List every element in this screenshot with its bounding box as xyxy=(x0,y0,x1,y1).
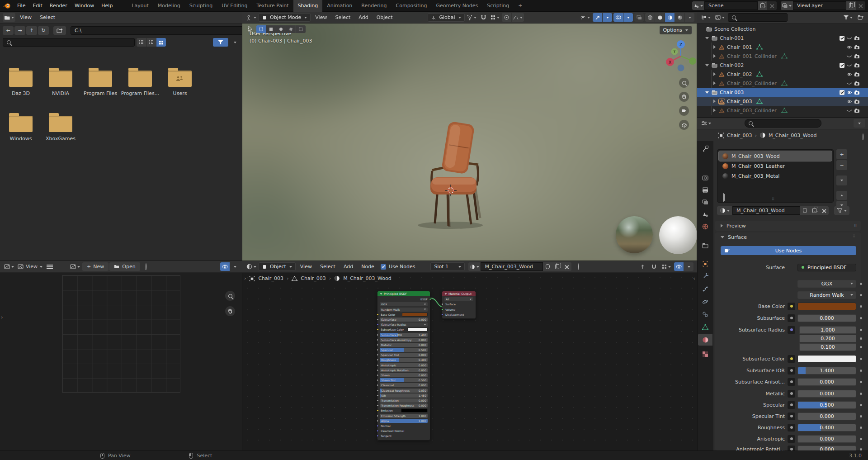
folder-windows[interactable]: Windows xyxy=(1,116,40,142)
select-mode-circle-button[interactable] xyxy=(276,25,286,33)
slot-dropdown[interactable]: Slot 1 xyxy=(430,262,465,271)
alpha-slider[interactable]: Alpha1.000 xyxy=(380,419,428,423)
folder-daz3d[interactable]: Daz 3D xyxy=(1,71,40,96)
editor-type-outliner-icon[interactable] xyxy=(700,13,712,22)
display-thumbnails-button[interactable] xyxy=(156,38,166,47)
add-workspace-button[interactable]: + xyxy=(514,0,527,12)
transmission-roughness-slider[interactable]: Transmission Roughness0.000 xyxy=(380,403,428,408)
subsurface-radius-dropdown[interactable]: Subsurface Radius xyxy=(380,322,428,327)
render-camera-icon[interactable] xyxy=(854,71,860,77)
image-view-menu[interactable]: View xyxy=(16,262,44,271)
folder-program-files-x86[interactable]: Program Files... xyxy=(121,71,160,96)
material-specials-dropdown[interactable] xyxy=(834,206,849,215)
sidebar-toggle-arrow[interactable]: › xyxy=(1,314,3,320)
bsdf-output-socket[interactable] xyxy=(429,298,431,300)
scene-selector[interactable]: Scene xyxy=(692,1,777,10)
browse-material-button[interactable] xyxy=(717,206,732,215)
gizmo-dropdown[interactable] xyxy=(603,13,612,22)
unlink-material-button[interactable] xyxy=(819,206,829,215)
use-nodes-button[interactable]: Use Nodes xyxy=(721,246,856,255)
expander-icon[interactable] xyxy=(713,45,716,49)
animate-dot[interactable] xyxy=(860,358,862,360)
sss-method-dropdown[interactable]: Random Walk xyxy=(797,291,856,299)
sheen-slider[interactable]: Sheen0.000 xyxy=(380,373,428,377)
animate-dot[interactable] xyxy=(860,427,862,429)
input-socket[interactable] xyxy=(377,415,379,417)
uv-grid[interactable] xyxy=(62,275,180,393)
volume-input-socket[interactable] xyxy=(441,308,443,311)
subsurface-radius-x[interactable]: 1.000 xyxy=(799,326,856,334)
outliner-search-input[interactable] xyxy=(728,13,788,22)
input-socket[interactable] xyxy=(377,349,379,351)
exclude-checkbox[interactable] xyxy=(839,90,845,95)
render-camera-icon[interactable] xyxy=(854,108,860,114)
show-gizmo-toggle[interactable] xyxy=(593,13,602,22)
viewlayer-copy-button[interactable] xyxy=(846,1,856,10)
viewlayer-icon[interactable] xyxy=(781,1,793,10)
breadcrumb-material[interactable]: M_Chair_003_Wood xyxy=(769,133,817,138)
input-socket[interactable] xyxy=(377,359,379,361)
clearcoat-roughness-slider[interactable]: Clearcoat Roughness0.030 xyxy=(380,389,428,393)
image-overlays-dropdown[interactable] xyxy=(230,262,240,271)
zoom-button[interactable] xyxy=(679,78,689,88)
animate-dot[interactable] xyxy=(860,329,862,331)
breadcrumb-mesh[interactable]: Chair_003 xyxy=(301,275,326,281)
tab-output[interactable] xyxy=(698,184,712,196)
input-socket[interactable] xyxy=(377,318,379,321)
animate-dot[interactable] xyxy=(860,438,862,440)
shading-rendered-button[interactable] xyxy=(675,13,684,22)
fake-user-button[interactable] xyxy=(543,262,552,271)
anisotropic-slider[interactable]: 0.000 xyxy=(797,435,856,443)
specular-tint-slider[interactable]: 0.000 xyxy=(797,413,856,420)
material-name-field[interactable]: M_Chair_003_Wood xyxy=(732,206,800,215)
socket-button[interactable] xyxy=(788,401,795,409)
subsurface-anisotropy-slider[interactable]: 0.000 xyxy=(797,378,856,386)
sheen-tint-slider[interactable]: Sheen Tint0.500 xyxy=(380,378,428,382)
viewlayer-selector[interactable]: ViewLayer xyxy=(781,1,865,10)
hide-eye-closed-icon[interactable] xyxy=(846,108,852,114)
tab-view-layer[interactable] xyxy=(698,196,712,208)
folder-xboxgames[interactable]: XboxGames xyxy=(41,116,80,142)
chair-object[interactable] xyxy=(410,117,492,231)
shader-menu-node[interactable]: Node xyxy=(358,264,378,270)
tab-texture-paint[interactable]: Texture Paint xyxy=(252,0,293,12)
copy-material-button[interactable] xyxy=(552,262,562,271)
outliner-row-chair-002[interactable]: Chair-002 xyxy=(697,61,868,70)
metallic-slider[interactable]: 0.000 xyxy=(797,390,856,398)
overlays-dropdown[interactable] xyxy=(623,13,633,22)
base-color-swatch[interactable] xyxy=(402,313,428,317)
outliner-row-chair-002-mesh[interactable]: Chair_002 xyxy=(697,70,868,79)
render-camera-icon[interactable] xyxy=(854,53,860,59)
metallic-slider[interactable]: Metallic0.000 xyxy=(380,343,428,347)
node-snap-target-dropdown[interactable] xyxy=(660,262,672,271)
tab-geometry-nodes[interactable]: Geometry Nodes xyxy=(431,0,482,12)
file-browser-menu-select[interactable]: Select xyxy=(36,14,59,20)
anisotropic-slider[interactable]: Anisotropic0.000 xyxy=(380,363,428,367)
tab-render[interactable] xyxy=(698,172,712,184)
base-color-swatch[interactable] xyxy=(797,303,856,310)
tab-uv-editing[interactable]: UV Editing xyxy=(217,0,252,12)
expander-icon[interactable] xyxy=(713,109,716,112)
shading-solid-button[interactable] xyxy=(655,13,665,22)
file-browser-menu-view[interactable]: View xyxy=(16,14,35,20)
select-mode-extra-button[interactable] xyxy=(296,25,306,33)
scene-copy-button[interactable] xyxy=(758,1,767,10)
specular-slider[interactable]: 0.500 xyxy=(797,401,856,409)
subsurface-color-swatch[interactable] xyxy=(797,355,856,363)
input-socket[interactable] xyxy=(377,328,379,331)
pan-hand-button[interactable] xyxy=(679,92,689,102)
socket-button[interactable] xyxy=(788,303,795,310)
tab-tool[interactable] xyxy=(698,143,712,155)
proportional-editing-toggle[interactable] xyxy=(502,13,511,22)
emission-strength-field[interactable]: Emission Strength1.000 xyxy=(380,414,428,418)
material-slot-metal[interactable]: M_Chair_003_Metal xyxy=(719,171,832,181)
roughness-slider[interactable]: Roughness0.400 xyxy=(380,358,428,362)
render-camera-icon[interactable] xyxy=(854,99,860,104)
input-socket[interactable] xyxy=(377,384,379,386)
pin-material-button[interactable] xyxy=(578,264,579,270)
input-socket[interactable] xyxy=(377,409,379,412)
animate-dot[interactable] xyxy=(860,337,862,340)
input-socket[interactable] xyxy=(377,334,379,336)
preview-panel-header[interactable]: Preview ⠿ xyxy=(715,221,861,231)
browse-image-dropdown[interactable] xyxy=(69,262,81,271)
